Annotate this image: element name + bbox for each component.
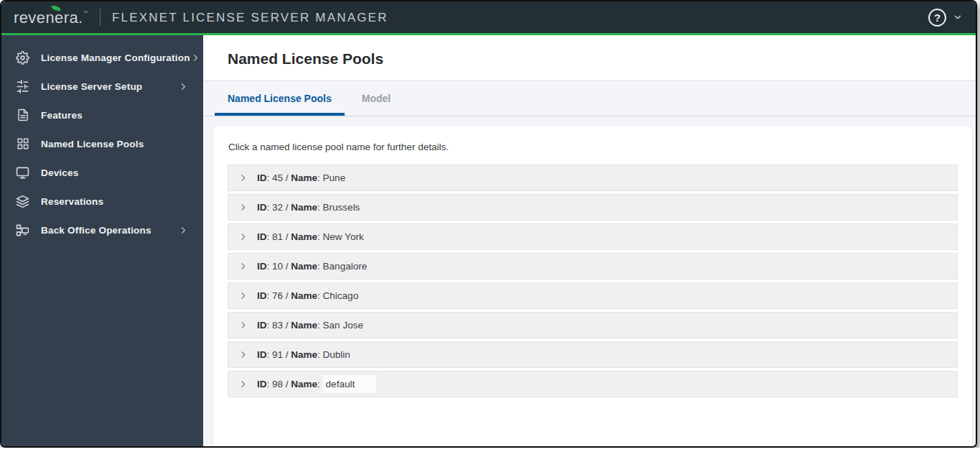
chevron-right-icon bbox=[238, 203, 248, 212]
tab-bar: Named License Pools Model bbox=[203, 81, 976, 116]
id-label: ID bbox=[257, 379, 267, 389]
sidebar-item-license-manager-configuration[interactable]: License Manager Configuration bbox=[1, 43, 203, 72]
pool-name: Pune bbox=[323, 172, 346, 183]
pool-id: 45 bbox=[272, 172, 283, 183]
name-label: Name bbox=[291, 290, 317, 301]
pool-row[interactable]: ID: 76 / Name: Chicago bbox=[228, 282, 958, 309]
name-label: Name bbox=[291, 202, 317, 213]
pool-name: Bangalore bbox=[323, 261, 368, 272]
document-icon bbox=[15, 108, 30, 123]
sidebar-item-label: License Server Setup bbox=[41, 81, 142, 92]
pool-row-label: ID: 45 / Name: Pune bbox=[257, 172, 345, 183]
pool-row[interactable]: ID: 91 / Name: Dublin bbox=[228, 341, 958, 368]
name-label: Name bbox=[291, 320, 317, 331]
title-band: Named License Pools bbox=[203, 35, 976, 81]
chevron-right-icon bbox=[238, 320, 248, 330]
pool-row-label: ID: 76 / Name: Chicago bbox=[257, 290, 358, 301]
sidebar: License Manager Configuration License Se… bbox=[1, 35, 203, 446]
header-actions: ? bbox=[928, 9, 963, 27]
help-icon[interactable]: ? bbox=[928, 9, 946, 27]
chevron-right-icon bbox=[238, 350, 248, 359]
chevron-right-icon bbox=[190, 52, 201, 63]
grid-icon bbox=[15, 137, 30, 152]
pool-row-label: ID: 83 / Name: San Jose bbox=[257, 320, 363, 331]
tab-model[interactable]: Model bbox=[349, 81, 403, 116]
pool-row-label: ID: 81 / Name: New York bbox=[257, 231, 364, 242]
id-label: ID bbox=[257, 290, 267, 301]
sidebar-item-back-office-operations[interactable]: Back Office Operations bbox=[1, 216, 203, 244]
tab-named-license-pools[interactable]: Named License Pools bbox=[215, 81, 345, 116]
chevron-right-icon bbox=[238, 173, 248, 183]
revenera-logo: revenera.™ bbox=[14, 9, 88, 26]
pool-id: 32 bbox=[272, 202, 283, 213]
monitor-icon bbox=[15, 165, 30, 180]
sidebar-item-label: Reservations bbox=[41, 196, 103, 207]
pool-row[interactable]: ID: 81 / Name: New York bbox=[228, 223, 958, 250]
sidebar-item-label: Named License Pools bbox=[41, 139, 144, 149]
pool-name: New York bbox=[323, 231, 364, 242]
logo-text: revenera. bbox=[14, 9, 83, 27]
name-label: Name bbox=[291, 231, 317, 242]
content-card: Click a named license pool name for furt… bbox=[213, 126, 972, 446]
chevron-right-icon bbox=[238, 262, 248, 271]
page-title: Named License Pools bbox=[228, 50, 951, 68]
chevron-down-icon[interactable] bbox=[953, 12, 963, 22]
app-window: revenera.™ FLEXNET LICENSE SERVER MANAGE… bbox=[0, 0, 977, 448]
pool-id: 91 bbox=[272, 349, 283, 360]
sidebar-item-reservations[interactable]: Reservations bbox=[1, 187, 203, 216]
chevron-right-icon bbox=[238, 291, 248, 300]
name-label: Name bbox=[291, 349, 317, 360]
sidebar-item-license-server-setup[interactable]: License Server Setup bbox=[1, 72, 203, 101]
id-label: ID bbox=[257, 261, 267, 272]
pool-name: Chicago bbox=[323, 290, 359, 301]
sidebar-item-label: License Manager Configuration bbox=[41, 52, 190, 63]
name-label: Name bbox=[291, 172, 317, 183]
sidebar-item-devices[interactable]: Devices bbox=[1, 158, 203, 187]
sidebar-item-named-license-pools[interactable]: Named License Pools bbox=[1, 129, 203, 158]
app-header: revenera.™ FLEXNET LICENSE SERVER MANAGE… bbox=[1, 1, 976, 35]
main-content: Named License Pools Named License Pools … bbox=[203, 35, 976, 446]
chevron-right-icon bbox=[238, 232, 248, 241]
pool-row-label: ID: 91 / Name: Dublin bbox=[257, 349, 350, 360]
chevron-right-icon bbox=[178, 225, 189, 236]
pool-row[interactable]: ID: 98 / Name: default bbox=[228, 371, 958, 397]
sidebar-item-label: Devices bbox=[41, 167, 78, 178]
sidebar-item-label: Back Office Operations bbox=[41, 225, 151, 236]
pool-row[interactable]: ID: 10 / Name: Bangalore bbox=[228, 253, 958, 280]
instruction-text: Click a named license pool name for furt… bbox=[228, 142, 958, 152]
back-office-icon bbox=[15, 223, 30, 238]
pool-id: 83 bbox=[272, 320, 283, 331]
pool-list: ID: 45 / Name: Pune ID: 32 / Name: Bruss… bbox=[228, 165, 958, 397]
pool-row-label: ID: 32 / Name: Brussels bbox=[257, 202, 360, 213]
pool-row[interactable]: ID: 83 / Name: San Jose bbox=[228, 312, 958, 338]
pool-id: 98 bbox=[272, 379, 283, 389]
content-area: Click a named license pool name for furt… bbox=[203, 116, 976, 446]
pool-row[interactable]: ID: 45 / Name: Pune bbox=[228, 165, 958, 191]
pool-name: San Jose bbox=[323, 320, 363, 331]
sidebar-item-label: Features bbox=[41, 110, 83, 121]
id-label: ID bbox=[257, 172, 267, 183]
id-label: ID bbox=[257, 231, 267, 242]
pool-name: default bbox=[323, 375, 377, 393]
sliders-icon bbox=[15, 79, 30, 94]
pool-row[interactable]: ID: 32 / Name: Brussels bbox=[228, 194, 958, 221]
chevron-right-icon bbox=[178, 81, 189, 92]
pool-name: Dublin bbox=[323, 349, 350, 360]
id-label: ID bbox=[257, 349, 267, 360]
name-label: Name bbox=[291, 261, 317, 272]
layers-icon bbox=[15, 194, 30, 209]
pool-name: Brussels bbox=[323, 202, 360, 213]
gear-icon bbox=[15, 50, 30, 65]
pool-id: 76 bbox=[272, 290, 283, 301]
chevron-right-icon bbox=[238, 379, 248, 389]
pool-row-label: ID: 10 / Name: Bangalore bbox=[257, 261, 367, 272]
app-title: FLEXNET LICENSE SERVER MANAGER bbox=[112, 10, 388, 25]
pool-row-label: ID: 98 / Name: default bbox=[257, 379, 376, 389]
header-divider bbox=[100, 9, 101, 26]
name-label: Name bbox=[291, 379, 317, 389]
id-label: ID bbox=[257, 320, 267, 331]
pool-id: 81 bbox=[272, 231, 283, 242]
id-label: ID bbox=[257, 202, 267, 213]
sidebar-item-features[interactable]: Features bbox=[1, 101, 203, 129]
trademark-mark: ™ bbox=[83, 10, 88, 15]
